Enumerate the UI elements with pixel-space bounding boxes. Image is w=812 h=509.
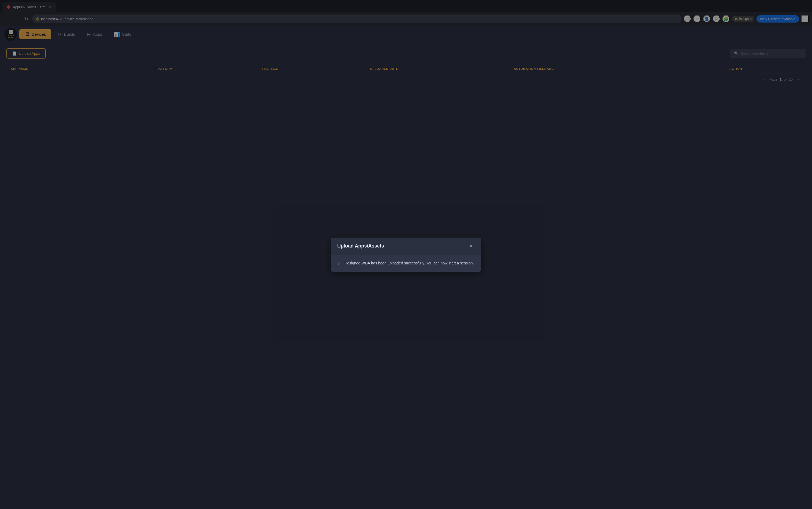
success-message: ✓ Resigned WDA has been uploaded success… — [331, 255, 481, 272]
modal-title: Upload Apps/Assets — [337, 243, 384, 249]
modal-overlay[interactable]: Upload Apps/Assets × ✓ Resigned WDA has … — [0, 0, 812, 509]
upload-modal: Upload Apps/Assets × ✓ Resigned WDA has … — [331, 238, 481, 272]
success-check-icon: ✓ — [337, 261, 341, 266]
modal-body: ✓ Resigned WDA has been uploaded success… — [331, 255, 481, 272]
modal-header: Upload Apps/Assets × — [331, 238, 481, 255]
modal-close-button[interactable]: × — [467, 242, 475, 250]
success-text: Resigned WDA has been uploaded successfu… — [344, 261, 474, 266]
